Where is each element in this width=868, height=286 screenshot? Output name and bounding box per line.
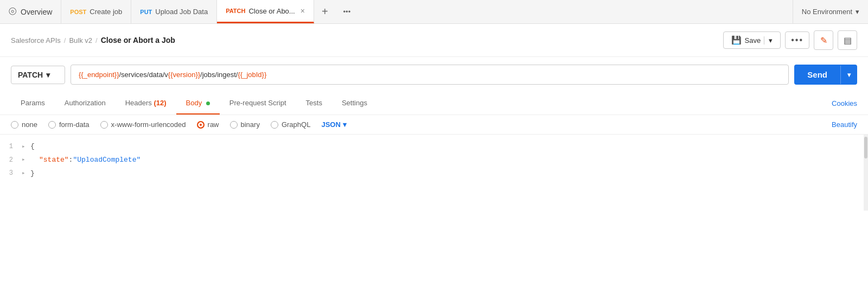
edit-icon: ✎ [820, 35, 827, 46]
tab-method-patch: PATCH [226, 8, 245, 14]
url-bar: PATCH ▾ {{_endpoint}}/services/data/v{{v… [0, 57, 868, 92]
url-input[interactable]: {{_endpoint}}/services/data/v{{version}}… [71, 65, 789, 85]
add-tab-button[interactable]: + [314, 0, 336, 23]
toolbar-actions: 💾 Save ▾ ••• ✎ ▤ [723, 30, 857, 50]
tab-close-job[interactable]: PATCH Close or Abo... × [217, 0, 314, 23]
tab-headers-label: Headers (12) [125, 99, 167, 107]
send-button[interactable]: Send ▾ [794, 65, 857, 85]
tab-body-label: Body [186, 99, 210, 107]
json-chevron-icon: ▾ [343, 120, 347, 129]
line-num-3: 3 [0, 168, 22, 179]
radio-none[interactable] [11, 121, 18, 129]
option-binary-label: binary [241, 120, 260, 129]
code-line-2: 2 ▸ "state":"UploadComplete" [0, 154, 868, 167]
method-chevron-icon: ▾ [46, 71, 50, 79]
cookies-link[interactable]: Cookies [832, 99, 857, 107]
tab-method-put: PUT [140, 9, 152, 15]
option-form-data-label: form-data [59, 120, 90, 129]
tab-close-button[interactable]: × [301, 7, 305, 15]
tab-params-label: Params [21, 99, 45, 107]
option-none[interactable]: none [11, 120, 37, 129]
breadcrumb-part-1[interactable]: Salesforce APIs [11, 36, 61, 45]
method-label: PATCH [18, 71, 43, 79]
chevron-down-icon: ▾ [856, 8, 859, 16]
tab-body[interactable]: Body [176, 92, 220, 115]
comment-icon: ▤ [844, 35, 852, 46]
request-tabs-nav: Params Authorization Headers (12) Body P… [0, 92, 868, 115]
breadcrumb-sep-2: / [95, 36, 98, 45]
tab-settings[interactable]: Settings [332, 92, 377, 115]
line-num-2: 2 [0, 155, 22, 166]
tab-close-job-label: Close or Abo... [248, 7, 295, 15]
breadcrumb-part-2[interactable]: Bulk v2 [69, 36, 92, 45]
send-label: Send [794, 65, 840, 85]
more-icon: ••• [791, 35, 803, 45]
code-val-state: "UploadComplete" [73, 156, 141, 164]
env-selector[interactable]: No Environment ▾ [793, 0, 868, 23]
url-static-2: /jobs/ingest/ [200, 71, 238, 79]
option-urlencoded-label: x-www-form-urlencoded [111, 120, 186, 129]
tab-method-post: POST [70, 9, 86, 15]
radio-binary[interactable] [230, 121, 238, 129]
chevron-down-icon: ▾ [769, 36, 773, 45]
url-var-version: {{version}} [168, 71, 200, 79]
save-icon: 💾 [731, 35, 742, 45]
radio-urlencoded[interactable] [100, 121, 108, 129]
tab-create-job-label: Create job [90, 8, 122, 16]
overview-icon: ⦾ [9, 6, 16, 17]
line-arrow-3: ▸ [22, 169, 30, 179]
more-options-button[interactable]: ••• [785, 31, 809, 49]
option-raw[interactable]: raw [197, 120, 219, 129]
line-num-1: 1 [0, 142, 22, 152]
option-graphql[interactable]: GraphQL [271, 120, 310, 129]
save-dropdown-button[interactable]: ▾ [764, 36, 773, 45]
breadcrumb-current: Close or Abort a Job [101, 36, 175, 45]
tab-headers[interactable]: Headers (12) [116, 92, 176, 115]
body-options: none form-data x-www-form-urlencoded raw… [0, 115, 868, 135]
beautify-button[interactable]: Beautify [832, 120, 857, 129]
option-none-label: none [22, 120, 37, 129]
tab-authorization[interactable]: Authorization [55, 92, 116, 115]
option-binary[interactable]: binary [230, 120, 260, 129]
save-button[interactable]: 💾 Save ▾ [723, 31, 781, 49]
code-line-1: 1 ▸ { [0, 140, 868, 154]
option-form-data[interactable]: form-data [48, 120, 90, 129]
option-raw-label: raw [208, 120, 219, 129]
line-arrow-1: ▸ [22, 142, 30, 152]
line-arrow-2: ▸ [22, 155, 30, 165]
add-icon: + [322, 5, 328, 18]
more-tabs-button[interactable]: ••• [336, 0, 359, 23]
tab-create-job[interactable]: POST Create job [61, 0, 131, 23]
url-var-endpoint: {{_endpoint}} [79, 71, 119, 79]
tab-upload-job[interactable]: PUT Upload Job Data [131, 0, 217, 23]
radio-raw[interactable] [197, 121, 205, 129]
line-brace-close: } [30, 168, 35, 180]
json-type-label: JSON [321, 120, 340, 129]
breadcrumb-bar: Salesforce APIs / Bulk v2 / Close or Abo… [0, 24, 868, 57]
tab-tests[interactable]: Tests [296, 92, 332, 115]
breadcrumb-sep-1: / [64, 36, 66, 45]
url-var-jobid: {{_jobId}} [238, 71, 266, 79]
json-type-selector[interactable]: JSON ▾ [321, 120, 346, 129]
method-selector[interactable]: PATCH ▾ [11, 66, 65, 84]
send-dropdown-icon[interactable]: ▾ [840, 66, 857, 84]
radio-graphql[interactable] [271, 121, 278, 129]
more-tabs-icon: ••• [343, 8, 351, 16]
radio-form-data[interactable] [48, 121, 56, 129]
scrollbar-thumb [864, 137, 867, 158]
line-brace-open: { [30, 141, 35, 152]
option-urlencoded[interactable]: x-www-form-urlencoded [100, 120, 186, 129]
edit-button[interactable]: ✎ [814, 30, 833, 50]
code-editor[interactable]: 1 ▸ { 2 ▸ "state":"UploadComplete" 3 ▸ } [0, 135, 868, 211]
tab-overview[interactable]: ⦾ Overview [0, 0, 61, 23]
url-static-1: /services/data/v [119, 71, 168, 79]
scrollbar[interactable] [864, 135, 868, 211]
tab-upload-job-label: Upload Job Data [155, 8, 208, 16]
tab-bar: ⦾ Overview POST Create job PUT Upload Jo… [0, 0, 868, 24]
option-graphql-label: GraphQL [282, 120, 310, 129]
save-label: Save [745, 36, 761, 45]
env-label: No Environment [802, 8, 852, 16]
tab-params[interactable]: Params [11, 92, 55, 115]
tab-pre-request[interactable]: Pre-request Script [220, 92, 296, 115]
comment-button[interactable]: ▤ [838, 30, 857, 50]
